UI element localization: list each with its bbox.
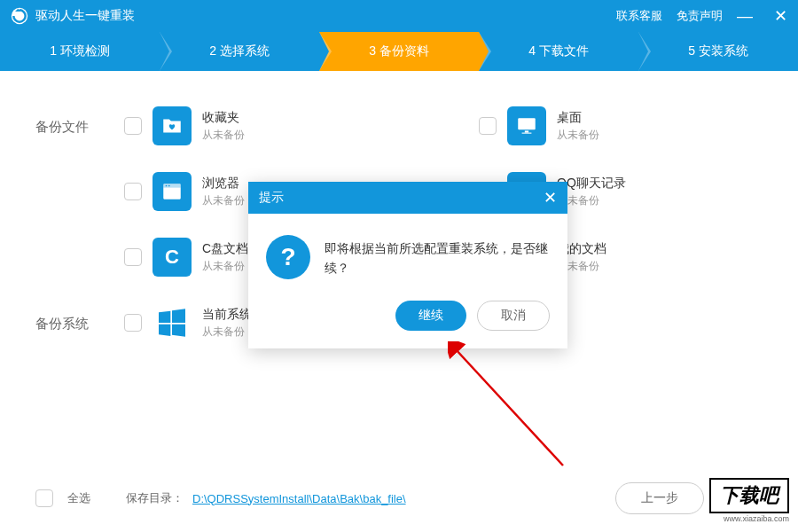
item-favorites: 收藏夹 从未备份 <box>124 106 408 145</box>
svg-rect-3 <box>525 130 528 132</box>
continue-button[interactable]: 继续 <box>395 301 466 331</box>
minimize-button[interactable]: — <box>737 7 753 26</box>
watermark-url: www.xiazaiba.com <box>709 514 789 523</box>
browser-icon <box>153 172 192 211</box>
step-3: 3 备份资料 <box>319 32 479 71</box>
app-title: 驱动人生一键重装 <box>35 8 616 24</box>
dialog-title: 提示 <box>259 190 284 206</box>
svg-point-8 <box>168 185 170 187</box>
item-desktop: 桌面 从未备份 <box>479 106 763 145</box>
step-1: 1 环境检测 <box>0 32 160 71</box>
item-name: 当前系统 <box>202 307 252 323</box>
section-backup-files-label: 备份文件 <box>35 106 124 277</box>
cancel-button[interactable]: 取消 <box>477 301 550 331</box>
checkbox-favorites[interactable] <box>124 117 142 135</box>
step-5: 5 安装系统 <box>638 32 798 71</box>
app-logo-icon <box>11 7 28 25</box>
item-status: 从未备份 <box>557 128 599 143</box>
footer: 全选 保存目录： D:\QDRSSystemInstall\Data\Bak\b… <box>35 482 763 514</box>
monitor-icon <box>507 106 546 145</box>
titlebar: 驱动人生一键重装 联系客服 免责声明 — ✕ <box>0 0 798 32</box>
select-all-label: 全选 <box>67 490 90 506</box>
close-button[interactable]: ✕ <box>774 6 787 26</box>
item-name: 浏览器 <box>202 176 245 192</box>
watermark: 下载吧 www.xiazaiba.com <box>709 478 789 523</box>
checkbox-cdisk[interactable] <box>124 248 142 266</box>
svg-point-7 <box>166 185 168 187</box>
confirm-dialog: 提示 ✕ ? 即将根据当前所选配置重装系统，是否继续？ 继续 取消 <box>248 182 567 348</box>
dialog-message: 即将根据当前所选配置重装系统，是否继续？ <box>325 235 550 278</box>
question-icon: ? <box>266 235 310 279</box>
item-status: 从未备份 <box>202 259 248 274</box>
section-backup-system-label: 备份系统 <box>35 303 124 342</box>
checkbox-desktop[interactable] <box>479 117 497 135</box>
checkbox-select-all[interactable] <box>35 489 53 507</box>
save-dir-label: 保存目录： <box>126 490 184 506</box>
item-name: C盘文档 <box>202 241 248 257</box>
item-name: 收藏夹 <box>202 110 245 126</box>
contact-link[interactable]: 联系客服 <box>616 8 662 24</box>
svg-rect-2 <box>518 118 536 129</box>
step-4: 4 下载文件 <box>479 32 638 71</box>
item-status: 从未备份 <box>202 325 252 340</box>
folder-heart-icon <box>153 106 192 145</box>
step-2: 2 选择系统 <box>160 32 319 71</box>
checkbox-current-system[interactable] <box>124 314 142 332</box>
dialog-close-button[interactable]: ✕ <box>544 188 557 207</box>
item-status: 从未备份 <box>202 128 245 143</box>
checkbox-browser[interactable] <box>124 183 142 200</box>
c-drive-icon: C <box>153 238 192 277</box>
item-status: 从未备份 <box>202 193 245 208</box>
svg-rect-4 <box>522 133 532 134</box>
save-dir-path[interactable]: D:\QDRSSystemInstall\Data\Bak\bak_file\ <box>192 492 406 505</box>
windows-icon <box>153 303 192 342</box>
item-name: 桌面 <box>557 110 599 126</box>
step-bar: 1 环境检测 2 选择系统 3 备份资料 4 下载文件 5 安装系统 <box>0 32 798 71</box>
watermark-text: 下载吧 <box>709 478 789 513</box>
disclaimer-link[interactable]: 免责声明 <box>677 8 723 24</box>
prev-button[interactable]: 上一步 <box>615 482 704 514</box>
